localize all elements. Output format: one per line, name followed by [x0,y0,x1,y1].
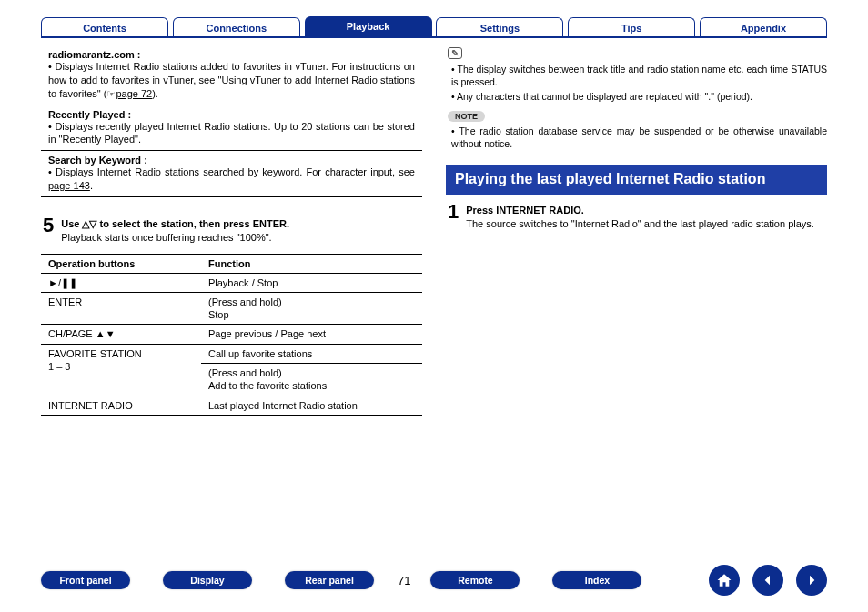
step-title: Use △▽ to select the station, then press… [61,217,420,231]
cell-fn: Call up favorite stations [201,344,422,363]
th-operation: Operation buttons [41,254,201,273]
pencil-icon: ✎ [448,47,462,59]
entry-label: Search by Keyword : [48,155,147,166]
next-icon[interactable] [796,565,827,596]
tab-tips[interactable]: Tips [568,17,695,37]
pill-rear-panel[interactable]: Rear panel [285,571,374,589]
table-row: FAVORITE STATION 1 – 3 Call up favorite … [41,344,422,363]
cell-fn: Playback / Stop [201,273,422,292]
pill-display[interactable]: Display [163,571,252,589]
entry-text-after: ). [152,88,158,99]
entry-recently-played: Recently Played : Displays recently play… [41,107,422,152]
page-number: 71 [398,574,410,587]
pageref-icon: ☞ [106,88,116,99]
entry-text: Displays Internet Radio stations added t… [48,61,415,99]
tab-appendix[interactable]: Appendix [700,17,827,37]
table-row: INTERNET RADIO Last played Internet Radi… [41,396,422,415]
entry-text: Displays Internet Radio stations searche… [56,166,415,177]
entry-search-keyword: Search by Keyword : Displays Internet Ra… [41,153,422,197]
cell-btn: FAVORITE STATION 1 – 3 [41,344,201,396]
table-row: ►/❚❚ Playback / Stop [41,273,422,292]
entry-text-after: . [90,180,93,191]
cell-btn: CH/PAGE ▲▼ [41,325,201,344]
step-title: Press INTERNET RADIO. [466,204,825,217]
cell-fn: (Press and hold) Stop [201,292,422,325]
step-1: 1 Press INTERNET RADIO. The source switc… [446,204,827,231]
tab-playback[interactable]: Playback [305,16,432,36]
page-link-143[interactable]: page 143 [48,180,90,191]
note-label: NOTE [448,111,485,122]
cell-btn: ►/❚❚ [41,273,201,292]
step-desc: The source switches to "Internet Radio" … [466,217,825,231]
step-5: 5 Use △▽ to select the station, then pre… [41,217,422,245]
cell-fn: Last played Internet Radio station [201,396,422,415]
note-block: The radio station database service may b… [446,125,827,150]
top-nav: Contents Connections Playback Settings T… [41,16,827,38]
note-item: The radio station database service may b… [451,125,827,150]
tab-settings[interactable]: Settings [436,17,563,37]
section-title: Playing the last played Internet Radio s… [446,165,827,195]
pill-remote[interactable]: Remote [430,571,520,589]
operation-table: Operation buttons Function ►/❚❚ Playback… [41,254,422,416]
pill-front-panel[interactable]: Front panel [41,571,130,589]
entry-label: radiomarantz.com : [48,49,140,60]
step-number: 1 [448,202,459,231]
table-row: ENTER (Press and hold) Stop [41,292,422,325]
step-desc: Playback starts once buffering reaches "… [61,231,420,245]
cell-fn: Page previous / Page next [201,325,422,344]
tab-contents[interactable]: Contents [41,17,168,37]
tip-item: Any characters that cannot be displayed … [451,90,827,103]
cell-btn: ENTER [41,292,201,325]
tips-block: The display switches between track title… [446,63,827,104]
cell-btn: INTERNET RADIO [41,396,201,415]
footer: Front panel Display Rear panel 71 Remote… [0,565,868,596]
step-number: 5 [43,216,54,245]
entry-label: Recently Played : [48,109,131,120]
table-row: CH/PAGE ▲▼ Page previous / Page next [41,325,422,344]
tip-item: The display switches between track title… [451,63,827,88]
prev-icon[interactable] [752,565,783,596]
left-column: radiomarantz.com : Displays Internet Rad… [41,47,422,416]
page-link-72[interactable]: page 72 [116,88,152,99]
right-column: ✎ The display switches between track tit… [446,47,827,416]
cell-fn: (Press and hold) Add to the favorite sta… [201,364,422,396]
entry-radiomarantz: radiomarantz.com : Displays Internet Rad… [41,47,422,105]
entry-text: Displays recently played Internet Radio … [48,120,415,147]
th-function: Function [201,254,422,273]
home-icon[interactable] [709,565,740,596]
tab-connections[interactable]: Connections [173,17,300,37]
pill-index[interactable]: Index [552,571,641,589]
